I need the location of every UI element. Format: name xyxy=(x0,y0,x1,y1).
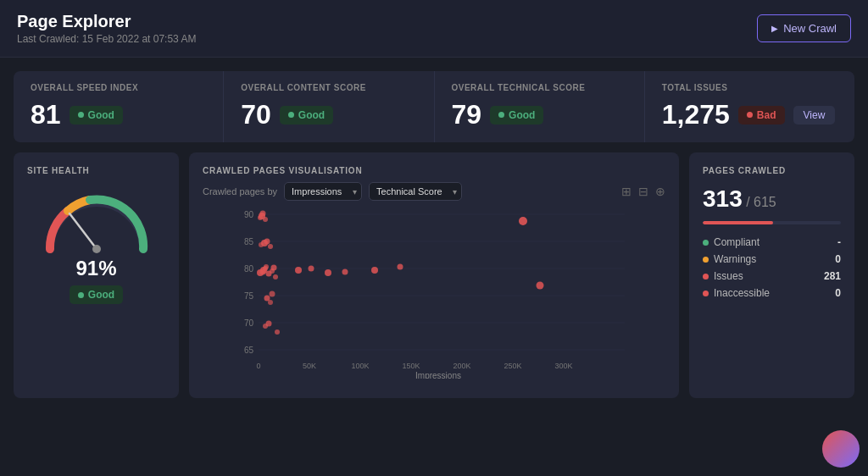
svg-point-52 xyxy=(537,282,544,290)
svg-text:90: 90 xyxy=(244,210,254,219)
metric-technical-label: OVERALL TECHNICAL SCORE xyxy=(452,83,627,92)
svg-text:Impressions: Impressions xyxy=(415,371,461,379)
crawl-progress-fill xyxy=(703,221,773,224)
green-dot-icon xyxy=(78,292,84,298)
stat-issues: Issues 281 xyxy=(703,270,841,282)
svg-point-47 xyxy=(325,269,331,276)
last-crawled: Last Crawled: 15 Feb 2022 at 07:53 AM xyxy=(17,33,196,45)
svg-point-29 xyxy=(264,264,269,269)
metric-issues: TOTAL ISSUES 1,275 Bad View xyxy=(645,71,854,142)
crawl-progress-bar xyxy=(703,221,841,224)
metric-technical-value: 79 xyxy=(452,99,482,130)
download-icon: ⊕ xyxy=(655,185,665,198)
warnings-value: 0 xyxy=(835,253,841,265)
site-health-card: SITE HEALTH 91% xyxy=(14,152,179,398)
stat-rows: Compliant - Warnings 0 Issues 281 xyxy=(703,236,841,299)
red-dot-icon xyxy=(747,112,753,118)
svg-text:75: 75 xyxy=(244,291,254,301)
svg-point-35 xyxy=(259,242,264,247)
scatter-chart: 90 85 80 75 70 65 0 50K 100K 150K 200K xyxy=(203,201,665,379)
vis-title: CRAWLED PAGES VISUALISATION xyxy=(203,166,362,175)
svg-text:65: 65 xyxy=(244,346,254,355)
table-icon: ⊟ xyxy=(638,185,648,198)
crawled-count: 313 xyxy=(703,185,743,212)
svg-point-44 xyxy=(275,329,280,335)
svg-point-1 xyxy=(92,245,101,253)
site-health-title: SITE HEALTH xyxy=(27,166,165,175)
svg-line-0 xyxy=(70,213,97,249)
svg-text:50K: 50K xyxy=(303,362,316,370)
svg-point-45 xyxy=(295,267,302,274)
impressions-select-wrapper[interactable]: Impressions Clicks CTR xyxy=(284,182,362,201)
svg-text:100K: 100K xyxy=(351,362,369,370)
svg-point-38 xyxy=(273,274,278,280)
green-dot-icon xyxy=(498,112,504,118)
new-crawl-button[interactable]: New Crawl xyxy=(757,14,851,42)
svg-point-43 xyxy=(270,291,275,297)
page-title: Page Explorer xyxy=(17,12,196,31)
svg-text:200K: 200K xyxy=(453,362,470,370)
stat-compliant: Compliant - xyxy=(703,236,841,248)
pages-crawled-card: PAGES CRAWLED 313 / 615 Compliant - Warn… xyxy=(689,152,854,398)
grid-icon: ⊞ xyxy=(621,185,632,198)
issues-value: 281 xyxy=(824,270,841,282)
metric-speed-badge: Good xyxy=(70,106,123,125)
svg-text:0: 0 xyxy=(256,362,260,370)
metric-technical: OVERALL TECHNICAL SCORE 79 Good xyxy=(435,71,645,142)
svg-point-31 xyxy=(268,244,273,249)
svg-point-33 xyxy=(260,211,266,217)
svg-point-37 xyxy=(271,265,277,271)
inaccessible-value: 0 xyxy=(835,287,841,299)
vis-controls: Crawled pages by Impressions Clicks CTR … xyxy=(203,182,665,201)
svg-text:250K: 250K xyxy=(504,362,521,370)
compliant-label: Compliant xyxy=(714,236,760,248)
gauge-percent: 91% xyxy=(75,257,116,280)
svg-text:300K: 300K xyxy=(554,362,572,370)
avatar[interactable] xyxy=(822,430,860,468)
svg-point-49 xyxy=(371,267,378,274)
svg-point-48 xyxy=(342,269,348,275)
metric-content: OVERALL CONTENT SCORE 70 Good xyxy=(224,71,434,142)
vis-icon-group: ⊞ ⊟ ⊕ xyxy=(621,185,665,198)
page-header: Page Explorer Last Crawled: 15 Feb 2022 … xyxy=(0,0,868,58)
svg-text:85: 85 xyxy=(244,237,254,246)
compliant-value: - xyxy=(837,236,841,248)
crawled-numbers: 313 / 615 xyxy=(703,185,841,213)
svg-point-28 xyxy=(257,269,264,276)
issues-dot-icon xyxy=(703,274,709,280)
impressions-select[interactable]: Impressions Clicks CTR xyxy=(284,182,362,201)
site-health-badge: Good xyxy=(70,285,123,304)
issues-label: Issues xyxy=(714,270,743,282)
gauge-container: 91% Good xyxy=(27,185,165,304)
svg-point-51 xyxy=(519,217,527,225)
metric-issues-value: 1,275 xyxy=(662,99,730,130)
svg-point-50 xyxy=(398,264,403,270)
svg-point-41 xyxy=(266,321,272,327)
metric-technical-badge: Good xyxy=(490,106,543,125)
metric-content-badge: Good xyxy=(280,106,333,125)
metric-speed: OVERALL SPEED INDEX 81 Good xyxy=(14,71,224,142)
stat-inaccessible: Inaccessible 0 xyxy=(703,287,841,299)
scatter-svg: 90 85 80 75 70 65 0 50K 100K 150K 200K xyxy=(203,201,665,379)
svg-point-42 xyxy=(268,300,273,305)
metric-issues-badge: Bad xyxy=(738,106,785,125)
pages-crawled-title: PAGES CRAWLED xyxy=(703,166,841,175)
technical-score-select[interactable]: Technical Score Content Score Speed Inde… xyxy=(369,182,462,201)
green-dot-icon xyxy=(78,112,84,118)
bottom-row: SITE HEALTH 91% xyxy=(14,152,854,398)
metric-issues-label: TOTAL ISSUES xyxy=(662,83,837,92)
svg-text:70: 70 xyxy=(244,318,254,328)
crawled-by-label: Crawled pages by xyxy=(203,186,277,196)
gauge-svg xyxy=(37,185,156,257)
svg-text:80: 80 xyxy=(244,264,254,274)
visualisation-card: CRAWLED PAGES VISUALISATION Crawled page… xyxy=(189,152,679,398)
inaccessible-dot-icon xyxy=(703,291,709,296)
warnings-dot-icon xyxy=(703,257,709,263)
svg-text:150K: 150K xyxy=(402,362,420,370)
technical-score-select-wrapper[interactable]: Technical Score Content Score Speed Inde… xyxy=(369,182,462,201)
crawled-total: / 615 xyxy=(746,195,776,209)
gauge-chart xyxy=(37,185,156,253)
issues-view-button[interactable]: View xyxy=(793,106,836,125)
green-dot-icon xyxy=(288,112,294,118)
compliant-dot-icon xyxy=(703,240,709,246)
